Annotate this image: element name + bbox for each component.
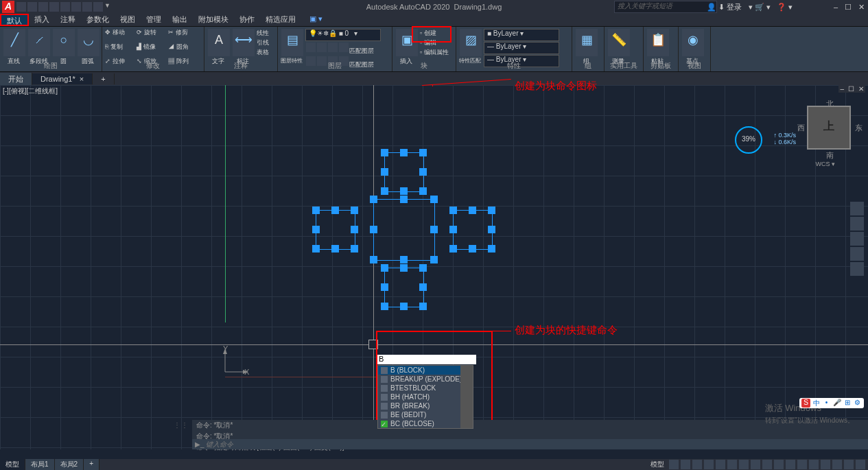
tab-output[interactable]: 输出	[167, 14, 193, 26]
selection-grip[interactable]	[449, 226, 457, 233]
autocomplete-item[interactable]: BH (HATCH)	[378, 392, 473, 401]
selection-grip[interactable]	[400, 303, 408, 310]
selection-grip[interactable]	[469, 245, 476, 252]
layer-dropdown[interactable]: 💡☀❄🔒 ■ 0 ▾	[305, 29, 381, 41]
window-controls[interactable]: – ☐ ✕	[834, 3, 865, 12]
selection-grip[interactable]	[419, 264, 427, 272]
layer-properties-button[interactable]: ▤	[281, 29, 303, 56]
selection-grip[interactable]	[400, 264, 408, 272]
status-toggles[interactable]: 模型	[648, 460, 868, 469]
selection-grip[interactable]	[488, 245, 495, 252]
polyline-tool[interactable]: ⟋	[28, 29, 50, 56]
tab-view[interactable]: 视图	[115, 14, 141, 26]
layout-tabs[interactable]: 模型 布局1 布局2 +	[0, 459, 99, 470]
login-button[interactable]: 👤 ⬇ 登录 ▾ 🛒 ▾ ❓ ▾	[707, 2, 793, 12]
selection-grip[interactable]	[400, 256, 408, 263]
pan-icon[interactable]	[850, 217, 864, 231]
block-edit-attr-button[interactable]: ▫ 编辑属性	[420, 47, 449, 57]
app-icon[interactable]: A	[2, 1, 14, 13]
showmotion-icon[interactable]	[850, 262, 864, 276]
tab-overflow[interactable]: ▣ ▾	[304, 14, 328, 26]
tab-new[interactable]: +	[93, 73, 114, 84]
dynamic-input[interactable]: B	[377, 355, 476, 364]
selection-grip[interactable]	[312, 245, 320, 252]
selection-grip[interactable]	[400, 149, 408, 156]
basepoint-button[interactable]: ◉	[682, 29, 704, 56]
tab-default[interactable]: 默认	[0, 14, 29, 26]
selection-grip[interactable]	[381, 264, 388, 272]
paste-button[interactable]: 📋	[647, 29, 669, 56]
color-dropdown[interactable]: ■ ByLayer ▾	[484, 29, 559, 41]
selection-grip[interactable]	[331, 245, 339, 252]
steering-wheel-icon[interactable]	[850, 202, 864, 215]
autocomplete-item[interactable]: BREAKUP (EXPLODE)	[378, 375, 473, 384]
selection-grip[interactable]	[381, 168, 388, 176]
tab-parametric[interactable]: 参数化	[81, 14, 115, 26]
close-button[interactable]: ✕	[858, 3, 865, 12]
text-tool[interactable]: A	[208, 29, 230, 56]
selection-grip[interactable]	[419, 283, 427, 291]
selection-grip[interactable]	[351, 245, 358, 252]
line-tool[interactable]: ╱	[3, 29, 25, 56]
maximize-button[interactable]: ☐	[845, 3, 852, 12]
selection-grip[interactable]	[381, 187, 388, 195]
tab-start[interactable]: 开始	[0, 73, 32, 86]
measure-button[interactable]: 📏	[608, 29, 630, 56]
selection-grip[interactable]	[381, 283, 388, 291]
wcs-label[interactable]: WCS ▾	[815, 161, 835, 167]
lineweight-dropdown[interactable]: — ByLayer ▾	[484, 42, 559, 54]
selection-grip[interactable]	[370, 196, 377, 203]
autocomplete-item[interactable]: BE (BEDIT)	[378, 410, 473, 419]
viewport-window-controls[interactable]: – ☐ ✕	[838, 85, 865, 93]
minimize-button[interactable]: –	[834, 3, 838, 12]
selection-grip[interactable]	[419, 303, 427, 310]
selection-grip[interactable]	[430, 256, 438, 263]
tab-insert[interactable]: 插入	[29, 14, 55, 26]
autocomplete-item[interactable]: B (BLOCK)	[378, 366, 473, 375]
scrollbar[interactable]	[460, 366, 473, 428]
selection-grip[interactable]	[400, 196, 408, 203]
help-search-input[interactable]: 搜入关键字或短语	[614, 1, 717, 13]
selection-grip[interactable]	[469, 207, 476, 214]
selection-grip[interactable]	[419, 187, 427, 195]
autocomplete-item[interactable]: ✓BC (BCLOSE)	[378, 419, 473, 428]
command-line-input[interactable]	[204, 440, 865, 449]
selection-grip[interactable]	[381, 149, 388, 156]
grid-toggle-icon[interactable]	[669, 460, 679, 469]
selection-grip[interactable]	[430, 226, 438, 233]
selection-grip[interactable]	[430, 196, 438, 203]
autocomplete-item[interactable]: BR (BREAK)	[378, 401, 473, 410]
tab-drawing1[interactable]: Drawing1* ×	[32, 73, 93, 84]
group-button[interactable]: ▦	[576, 29, 598, 56]
selection-grip[interactable]	[488, 226, 495, 233]
selection-grip[interactable]	[419, 168, 427, 176]
selection-grip[interactable]	[331, 207, 339, 214]
selection-grip[interactable]	[370, 226, 377, 233]
tab-collaborate[interactable]: 协作	[234, 14, 260, 26]
tab-model[interactable]: 模型	[0, 459, 25, 470]
selection-grip[interactable]	[419, 149, 427, 156]
tab-express[interactable]: 精选应用	[260, 14, 301, 26]
view-cube[interactable]: 上	[807, 106, 851, 150]
drawing-viewport[interactable]: – ☐ ✕ [-][俯视][二维线框] Y X 创建为块命令图标 创建为块的快捷…	[0, 85, 868, 449]
tab-addins[interactable]: 附加模块	[193, 14, 234, 26]
selection-grip[interactable]	[381, 303, 388, 310]
selection-grip[interactable]	[449, 245, 457, 252]
selection-grip[interactable]	[351, 226, 358, 233]
command-autocomplete-list[interactable]: B (BLOCK) BREAKUP (EXPLODE) BTESTBLOCK B…	[377, 365, 473, 429]
dimension-tool[interactable]: ⟷	[233, 29, 255, 56]
selection-grip[interactable]	[370, 256, 377, 263]
selection-grip[interactable]	[312, 207, 320, 214]
zoom-icon[interactable]	[850, 232, 864, 246]
match-properties-button[interactable]: ▨	[460, 29, 482, 56]
selection-grip[interactable]	[488, 207, 495, 214]
navigation-bar[interactable]	[850, 202, 864, 277]
viewport-controls-label[interactable]: [-][俯视][二维线框]	[3, 86, 58, 96]
ime-toolbar[interactable]: S 中 • 🎤 ⊞ ⚙	[799, 398, 864, 408]
tab-add-layout[interactable]: +	[84, 459, 99, 470]
autocomplete-item[interactable]: BTESTBLOCK	[378, 384, 473, 392]
tab-layout1[interactable]: 布局1	[25, 459, 55, 470]
tab-layout2[interactable]: 布局2	[55, 459, 84, 470]
selection-grip[interactable]	[351, 207, 358, 214]
circle-tool[interactable]: ○	[53, 29, 75, 56]
